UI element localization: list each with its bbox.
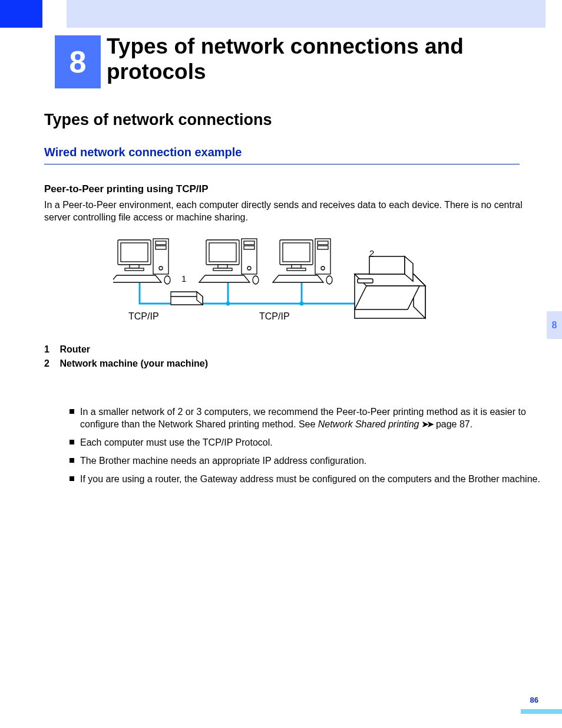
diagram-callout-1: 1	[181, 274, 186, 284]
svg-point-14	[164, 276, 170, 284]
reference-arrows-icon: ➤➤	[421, 418, 432, 430]
list-item: In a smaller network of 2 or 3 computers…	[70, 406, 547, 430]
list-item: The Brother machine needs an appropriate…	[70, 454, 547, 467]
list-item: Each computer must use the TCP/IP Protoc…	[70, 436, 547, 449]
legend-text: Network machine (your machine)	[59, 358, 208, 368]
svg-rect-11	[121, 243, 148, 262]
page-number: 86	[530, 696, 538, 704]
legend-number: 1	[44, 344, 57, 355]
svg-point-5	[300, 302, 304, 306]
chapter-number: 8	[70, 44, 87, 80]
cross-reference-link[interactable]: Network Shared printing	[318, 419, 419, 429]
legend-row: 2 Network machine (your machine)	[44, 358, 208, 369]
svg-rect-16	[358, 279, 373, 283]
legend-row: 1 Router	[44, 344, 208, 355]
svg-rect-12	[130, 265, 139, 268]
section-heading-2: Wired network connection example	[44, 146, 520, 164]
legend-number: 2	[44, 358, 57, 369]
diagram-legend: 1 Router 2 Network machine (your machine…	[44, 344, 208, 373]
bullet-text: Each computer must use the TCP/IP Protoc…	[80, 437, 273, 447]
svg-rect-13	[125, 268, 144, 271]
section-heading-3: Peer-to-Peer printing using TCP/IP	[44, 183, 209, 195]
svg-rect-7	[156, 241, 166, 245]
svg-point-4	[226, 302, 230, 306]
svg-point-9	[159, 266, 163, 270]
header-strip	[67, 0, 546, 28]
side-chapter-tab: 8	[547, 311, 562, 339]
legend-text: Router	[59, 344, 90, 354]
footer-accent-strip	[521, 709, 562, 714]
bullet-list: In a smaller network of 2 or 3 computers…	[46, 406, 547, 492]
svg-rect-8	[156, 246, 166, 249]
chapter-title: Types of network connections and protoco…	[107, 34, 531, 84]
side-tab-number: 8	[552, 320, 557, 331]
chapter-number-box: 8	[55, 35, 101, 88]
section-heading-1: Types of network connections	[44, 111, 272, 129]
bullet-text-post: page 87.	[433, 419, 472, 429]
header-accent-block	[0, 0, 42, 28]
diagram-label-tcpip-right: TCP/IP	[259, 311, 290, 322]
list-item: If you are using a router, the Gateway a…	[70, 473, 547, 485]
diagram-label-tcpip-left: TCP/IP	[128, 311, 159, 322]
bullet-text: If you are using a router, the Gateway a…	[80, 474, 540, 484]
svg-rect-15	[369, 256, 405, 274]
intro-paragraph: In a Peer-to-Peer environment, each comp…	[44, 199, 524, 224]
bullet-text: The Brother machine needs an appropriate…	[80, 456, 366, 466]
diagram-callout-2: 2	[369, 248, 374, 258]
